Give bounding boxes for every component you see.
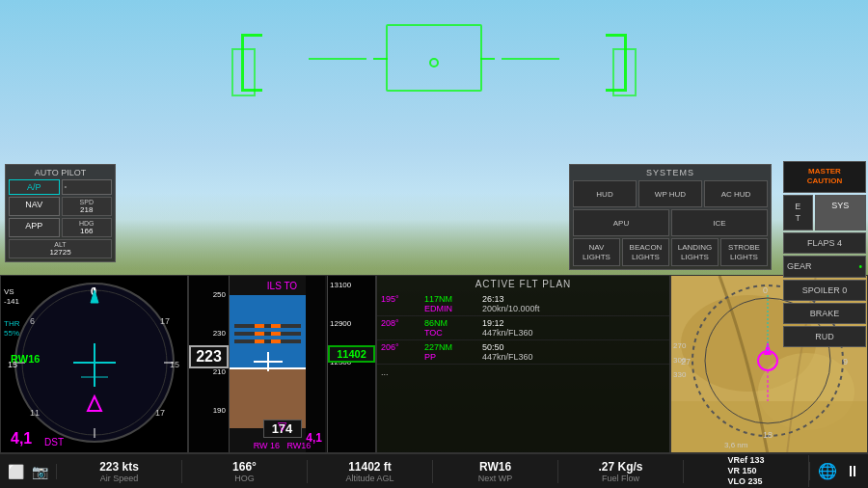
fuel-flow-label: Fuel Flow — [602, 474, 639, 483]
wp-2: 227NM — [424, 342, 482, 352]
strobe-lights-button[interactable]: STROBE LIGHTS — [720, 238, 768, 266]
wp-0: 117NM — [424, 294, 482, 304]
gear-button[interactable]: GEAR • — [783, 256, 866, 278]
svg-text:17: 17 — [160, 316, 170, 326]
autopilot-title: AUTO PILOT — [9, 168, 112, 177]
nav-button[interactable]: NAV — [9, 197, 60, 216]
airspeed-value: 223 kts — [99, 460, 139, 474]
spoiler-button[interactable]: SPOILER 0 — [783, 280, 866, 301]
wp-name-2: PP — [424, 352, 482, 362]
wp-name-1: TOC — [424, 328, 482, 338]
attitude-display — [230, 295, 306, 428]
flt-row-2: 206° 227NM 50:50 PP 447kn/FL360 — [377, 340, 669, 365]
hdg-display: HDG 166 — [62, 218, 113, 237]
svg-text:270: 270 — [673, 341, 687, 350]
screen-icon[interactable]: ⬜ — [8, 464, 24, 479]
bearing-1: 208° — [381, 318, 424, 328]
bearing-0: 195° — [381, 294, 424, 304]
details-2: 447kn/FL360 — [482, 352, 665, 362]
wp-hud-button[interactable]: WP HUD — [638, 180, 702, 207]
speed-190: 190 — [213, 406, 226, 415]
ap-button[interactable]: A/P — [9, 179, 60, 195]
hdg-value: 166° — [232, 460, 257, 474]
ils-bottom-label: RW 16 RW16 — [189, 441, 375, 450]
thr-display: THR 55% — [4, 319, 19, 339]
flt-plan-panel: ACTIVE FLT PLAN 195° 117NM 26:13 EDMIN 2… — [376, 275, 670, 453]
fuel-flow-value: .27 Kg/s — [598, 460, 642, 474]
globe-icon[interactable]: 🌐 — [818, 462, 837, 480]
svg-text:RW16: RW16 — [11, 353, 40, 365]
svg-text:330: 330 — [673, 370, 687, 379]
svg-text:300: 300 — [673, 356, 687, 365]
wp-1: 86NM — [424, 318, 482, 328]
speed-250: 250 — [213, 290, 226, 299]
alt-13100: 13100 — [330, 281, 351, 289]
ap-dot: • — [62, 179, 113, 195]
ils-alt-strip: 13100 12900 12500 11402 — [327, 276, 375, 452]
svg-text:0: 0 — [763, 285, 768, 295]
svg-text:9: 9 — [843, 357, 848, 366]
details-0: 200kn/10.000ft — [482, 304, 665, 313]
nav-lights-button[interactable]: NAV LIGHTS — [573, 238, 620, 266]
airspeed-display: 223 kts Air Speed — [57, 460, 182, 483]
svg-text:18: 18 — [763, 430, 773, 440]
flt-row-3: ... — [377, 365, 669, 380]
master-caution-button[interactable]: MASTER CAUTION — [783, 161, 866, 193]
flaps-button[interactable]: FLAPS 4 — [783, 232, 866, 254]
speed-230: 230 — [213, 329, 226, 338]
landing-lights-button[interactable]: LANDING LIGHTS — [671, 238, 719, 266]
ac-hud-button[interactable]: AC HUD — [704, 180, 768, 207]
systems-mid-row: APU ICE — [573, 209, 768, 236]
svg-text:15: 15 — [170, 360, 179, 369]
current-speed: 223 — [189, 345, 229, 368]
vref-display: VRef 133 VR 150 VLO 235 — [684, 455, 809, 486]
hsi-compass-svg: 0 6 17 15 15 11 17 RW16 — [1, 276, 188, 453]
pause-icon[interactable]: ⏸ — [845, 463, 860, 480]
vref-values: VRef 133 VR 150 VLO 235 — [727, 455, 764, 486]
hud-button[interactable]: HUD — [573, 180, 637, 207]
alt-display: ALT 12725 — [9, 239, 112, 258]
svg-text:11: 11 — [30, 408, 40, 418]
ils-panel: ILS TO 250 230 210 190 223 13100 12900 1… — [188, 275, 376, 453]
et-button[interactable]: E T — [783, 195, 813, 230]
hdg-display: 166° HOG — [182, 460, 308, 483]
wp-name-0: EDMIN — [424, 304, 482, 313]
right-icons: 🌐 ⏸ — [809, 462, 868, 480]
svg-text:6: 6 — [30, 316, 35, 326]
ils-distance: 4,1 — [306, 431, 322, 445]
current-altitude: 11402 — [328, 345, 375, 363]
svg-text:3,6 nm: 3,6 nm — [724, 441, 748, 449]
time-0: 26:13 — [482, 294, 665, 304]
time-1: 19:12 — [482, 318, 665, 328]
flt-row-1: 208° 86NM 19:12 TOC 447kn/FL360 — [377, 316, 669, 340]
svg-rect-22 — [671, 401, 868, 453]
app-button[interactable]: APP — [9, 218, 60, 237]
rud-button[interactable]: RUD — [783, 326, 866, 347]
instruments-row: 0 6 17 15 15 11 17 RW16 VS -141 — [0, 275, 868, 453]
distance-unit: DST — [44, 437, 64, 447]
hsi-panel: 0 6 17 15 15 11 17 RW16 VS -141 — [0, 275, 188, 453]
altitude-label: Altitude AGL — [345, 474, 393, 483]
ice-button[interactable]: ICE — [671, 209, 768, 236]
camera-icon[interactable]: 📷 — [32, 464, 48, 479]
brake-button[interactable]: BRAKE — [783, 303, 866, 324]
time-2: 50:50 — [482, 342, 665, 352]
fuel-flow-display: .27 Kg/s Fuel Flow — [558, 460, 684, 483]
autopilot-grid: A/P • NAV SPD 218 APP HDG 166 ALT 12725 — [9, 179, 112, 258]
altitude-value: 11402 ft — [348, 460, 392, 474]
hdg-label: HOG — [234, 474, 255, 483]
systems-title: SYSTEMS — [573, 168, 768, 177]
alt-12900: 12900 — [330, 319, 351, 328]
systems-bottom-row: NAV LIGHTS BEACON LIGHTS LANDING LIGHTS … — [573, 238, 768, 266]
sys-button[interactable]: SYS — [815, 195, 866, 230]
apu-button[interactable]: APU — [573, 209, 669, 236]
beacon-lights-button[interactable]: BEACON LIGHTS — [622, 238, 669, 266]
airspeed-label: Air Speed — [100, 474, 139, 483]
next-wp-display: RW16 Next WP — [433, 460, 558, 483]
next-wp-label: Next WP — [478, 474, 513, 483]
vs-display: VS -141 — [4, 287, 19, 306]
speed-210: 210 — [213, 367, 226, 376]
ils-speed-strip: 250 230 210 190 223 — [189, 276, 230, 452]
spd-display: SPD 218 — [62, 197, 113, 216]
flt-row-0: 195° 117NM 26:13 EDMIN 200kn/10.000ft — [377, 292, 669, 316]
